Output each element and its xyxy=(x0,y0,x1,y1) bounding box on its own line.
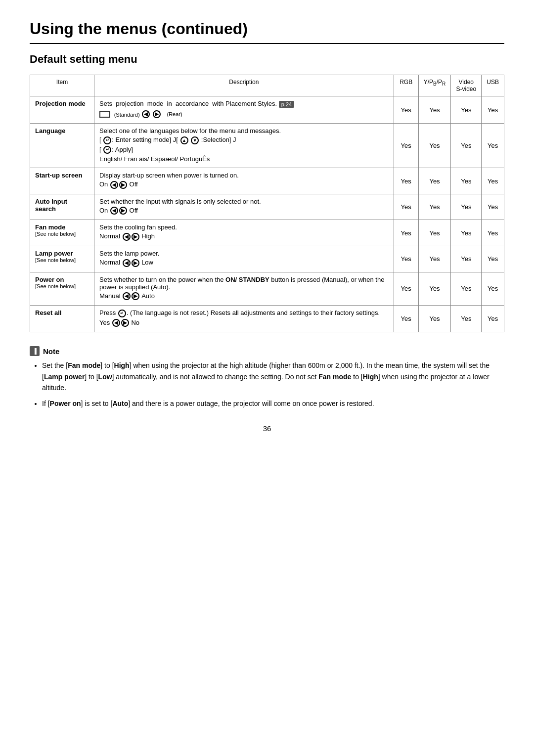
left-arrow-icon: ◀ xyxy=(123,259,131,267)
item-cell: Auto input search xyxy=(30,194,94,220)
video-cell: Yes xyxy=(451,124,482,168)
desc-cell: Sets projection mode in accordance with … xyxy=(94,96,394,124)
item-cell: Power on[See note below] xyxy=(30,272,94,306)
table-row: Auto input search Set whether the input … xyxy=(30,194,504,220)
desc-cell: Sets the cooling fan speed. Normal ◀▶ Hi… xyxy=(94,220,394,246)
page-title: Using the menus (continued) xyxy=(30,20,504,38)
usb-cell: Yes xyxy=(482,306,504,332)
item-cell: Reset all xyxy=(30,306,94,332)
right-arrow-icon: ▶ xyxy=(132,292,139,300)
enter-icon2: ↵ xyxy=(103,146,111,154)
usb-cell: Yes xyxy=(482,220,504,246)
table-row: Language Select one of the languages bel… xyxy=(30,124,504,168)
rgb-cell: Yes xyxy=(394,194,418,220)
left-arrow-icon: ◀ xyxy=(110,207,118,215)
col-header-description: Description xyxy=(94,75,394,96)
ypbpr-cell: Yes xyxy=(418,96,451,124)
page-number: 36 xyxy=(30,424,504,433)
video-cell: Yes xyxy=(451,246,482,272)
ypbpr-cell: Yes xyxy=(418,194,451,220)
up-icon: ▲ xyxy=(180,136,188,144)
video-cell: Yes xyxy=(451,168,482,194)
enter-icon: ↵ xyxy=(103,136,111,144)
rgb-cell: Yes xyxy=(394,124,418,168)
col-header-rgb: RGB xyxy=(394,75,418,96)
item-cell: Fan mode[See note below] xyxy=(30,220,94,246)
desc-cell: Press ↵. (The language is not reset.) Re… xyxy=(94,306,394,332)
down-icon: ▼ xyxy=(191,136,199,144)
item-cell: Lamp power[See note below] xyxy=(30,246,94,272)
col-header-ypbpr: Y/PB/PR xyxy=(418,75,451,96)
col-header-video: VideoS-video xyxy=(451,75,482,96)
note-section: ▐ Note Set the [Fan mode] to [High] when… xyxy=(30,346,504,409)
right-arrow-icon: ▶ xyxy=(119,181,127,189)
ypbpr-cell: Yes xyxy=(418,306,451,332)
rgb-cell: Yes xyxy=(394,306,418,332)
section-title: Default setting menu xyxy=(30,53,504,66)
note-header: ▐ Note xyxy=(30,346,504,356)
right-arrow-icon: ▶ xyxy=(132,233,139,241)
note-bullet: Set the [Fan mode] to [High] when using … xyxy=(42,360,504,393)
p24-badge: p.24 xyxy=(279,101,294,108)
ypbpr-cell: Yes xyxy=(418,246,451,272)
col-header-usb: USB xyxy=(482,75,504,96)
desc-cell: Display start-up screen when power is tu… xyxy=(94,168,394,194)
rgb-cell: Yes xyxy=(394,246,418,272)
right-arrow-icon: ▶ xyxy=(119,207,127,215)
ypbpr-cell: Yes xyxy=(418,124,451,168)
usb-cell: Yes xyxy=(482,168,504,194)
left-arrow-icon: ◀ xyxy=(142,110,150,118)
item-cell: Projection mode xyxy=(30,96,94,124)
usb-cell: Yes xyxy=(482,124,504,168)
video-cell: Yes xyxy=(451,306,482,332)
ypbpr-cell: Yes xyxy=(418,168,451,194)
video-cell: Yes xyxy=(451,220,482,246)
video-cell: Yes xyxy=(451,194,482,220)
rgb-cell: Yes xyxy=(394,96,418,124)
title-divider xyxy=(30,43,504,44)
desc-cell: Sets the lamp power. Normal ◀▶ Low xyxy=(94,246,394,272)
usb-cell: Yes xyxy=(482,194,504,220)
desc-cell: Sets whether to turn on the power when t… xyxy=(94,272,394,306)
ypbpr-cell: Yes xyxy=(418,220,451,246)
left-arrow-icon: ◀ xyxy=(112,319,120,327)
right-arrow-icon: ▶ xyxy=(132,259,139,267)
right-arrow-icon: ▶ xyxy=(121,319,129,327)
ypbpr-cell: Yes xyxy=(418,272,451,306)
desc-cell: Select one of the languages below for th… xyxy=(94,124,394,168)
usb-cell: Yes xyxy=(482,246,504,272)
right-arrow-icon: ▶ xyxy=(153,110,161,118)
enter-icon: ↵ xyxy=(118,310,126,317)
note-list: Set the [Fan mode] to [High] when using … xyxy=(30,360,504,409)
usb-cell: Yes xyxy=(482,272,504,306)
item-cell: Start-up screen xyxy=(30,168,94,194)
video-cell: Yes xyxy=(451,272,482,306)
left-arrow-icon: ◀ xyxy=(123,233,131,241)
table-row: Lamp power[See note below] Sets the lamp… xyxy=(30,246,504,272)
rgb-cell: Yes xyxy=(394,220,418,246)
usb-cell: Yes xyxy=(482,96,504,124)
left-arrow-icon: ◀ xyxy=(123,292,131,300)
note-bullet: If [Power on] is set to [Auto] and there… xyxy=(42,398,504,409)
table-row: Power on[See note below] Sets whether to… xyxy=(30,272,504,306)
menu-table: Item Description RGB Y/PB/PR VideoS-vide… xyxy=(30,75,504,332)
left-arrow-icon: ◀ xyxy=(110,181,118,189)
desc-cell: Set whether the input with signals is on… xyxy=(94,194,394,220)
table-row: Start-up screen Display start-up screen … xyxy=(30,168,504,194)
table-row: Reset all Press ↵. (The language is not … xyxy=(30,306,504,332)
item-cell: Language xyxy=(30,124,94,168)
note-label: Note xyxy=(43,347,59,356)
table-row: Fan mode[See note below] Sets the coolin… xyxy=(30,220,504,246)
note-icon: ▐ xyxy=(30,346,40,356)
rgb-cell: Yes xyxy=(394,168,418,194)
table-row: Projection mode Sets projection mode in … xyxy=(30,96,504,124)
rgb-cell: Yes xyxy=(394,272,418,306)
video-cell: Yes xyxy=(451,96,482,124)
col-header-item: Item xyxy=(30,75,94,96)
